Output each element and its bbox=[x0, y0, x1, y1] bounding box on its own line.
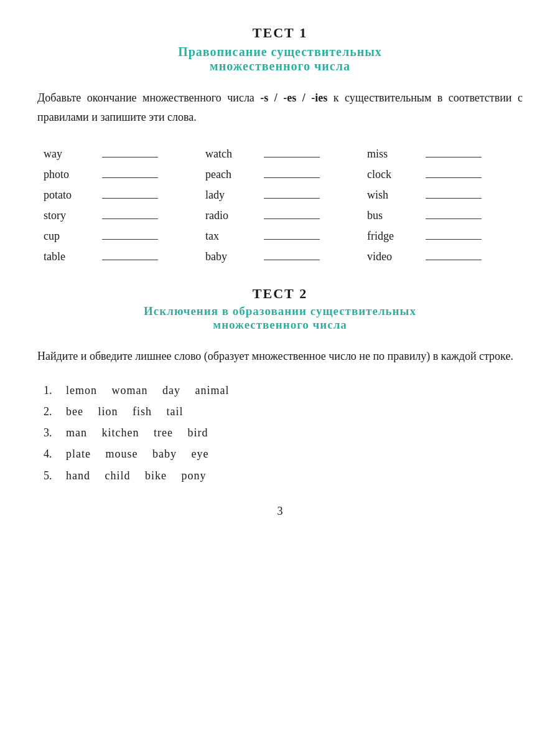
word-row: peach bbox=[205, 164, 361, 185]
test2-list: 1. lemon woman day animal 2. bee lion fi… bbox=[37, 380, 523, 486]
list-item: 3. man kitchen tree bird bbox=[44, 422, 523, 443]
list-item: 5. hand child bike pony bbox=[44, 465, 523, 486]
test2-instruction: Найдите и обведите лишнее слово (образуе… bbox=[37, 347, 523, 366]
word-row: radio bbox=[205, 205, 361, 226]
test2-section: ТЕСТ 2 Исключения в образовании существи… bbox=[37, 286, 523, 486]
words-grid: way photo potato story cup table bbox=[37, 144, 523, 267]
word-row: tax bbox=[205, 226, 361, 247]
list-item: 1. lemon woman day animal bbox=[44, 380, 523, 401]
test1-title: ТЕСТ 1 bbox=[37, 25, 523, 41]
test1-subtitle: Правописание существительных множественн… bbox=[37, 45, 523, 73]
test2-subtitle: Исключения в образовании существительных… bbox=[37, 304, 523, 332]
word-row: potato bbox=[44, 185, 199, 205]
word-row: photo bbox=[44, 164, 199, 185]
test1-section: ТЕСТ 1 Правописание существительных множ… bbox=[37, 25, 523, 267]
word-row: fridge bbox=[367, 226, 523, 247]
word-row: story bbox=[44, 205, 199, 226]
list-item: 2. bee lion fish tail bbox=[44, 401, 523, 422]
word-row: video bbox=[367, 247, 523, 267]
page-footer: 3 bbox=[37, 505, 523, 518]
word-row: clock bbox=[367, 164, 523, 185]
word-row: bus bbox=[367, 205, 523, 226]
word-row: miss bbox=[367, 144, 523, 164]
word-row: way bbox=[44, 144, 199, 164]
test1-instruction: Добавьте окончание множественного числа … bbox=[37, 88, 523, 126]
word-row: baby bbox=[205, 247, 361, 267]
word-row: watch bbox=[205, 144, 361, 164]
word-row: cup bbox=[44, 226, 199, 247]
page-number: 3 bbox=[278, 505, 283, 517]
list-item: 4. plate mouse baby eye bbox=[44, 443, 523, 464]
words-col2: watch peach lady radio tax baby bbox=[205, 144, 361, 267]
test2-title: ТЕСТ 2 bbox=[37, 286, 523, 302]
words-col1: way photo potato story cup table bbox=[44, 144, 199, 267]
word-row: table bbox=[44, 247, 199, 267]
test2-header: ТЕСТ 2 Исключения в образовании существи… bbox=[37, 286, 523, 332]
word-row: lady bbox=[205, 185, 361, 205]
words-col3: miss clock wish bus fridge video bbox=[367, 144, 523, 267]
word-row: wish bbox=[367, 185, 523, 205]
